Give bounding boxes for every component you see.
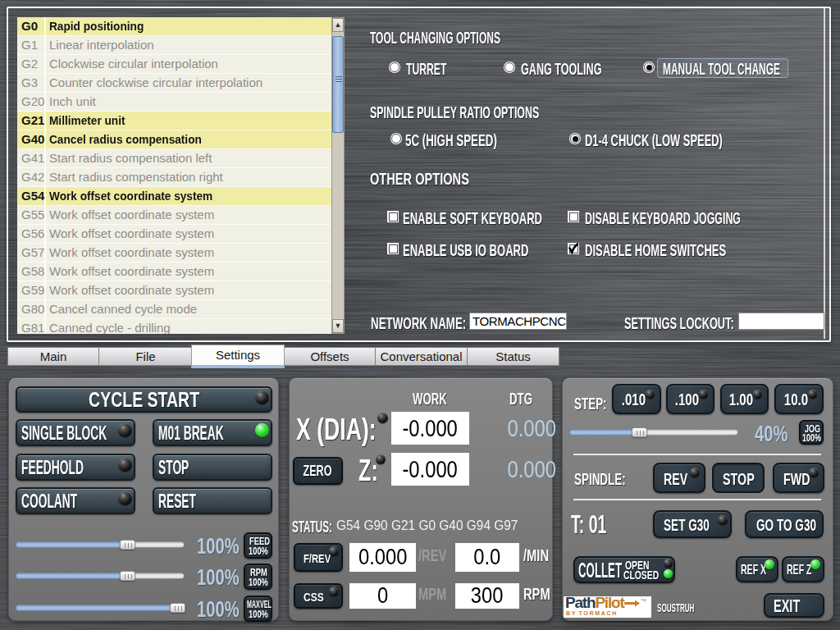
svg-text:™: ™ [641, 598, 646, 604]
